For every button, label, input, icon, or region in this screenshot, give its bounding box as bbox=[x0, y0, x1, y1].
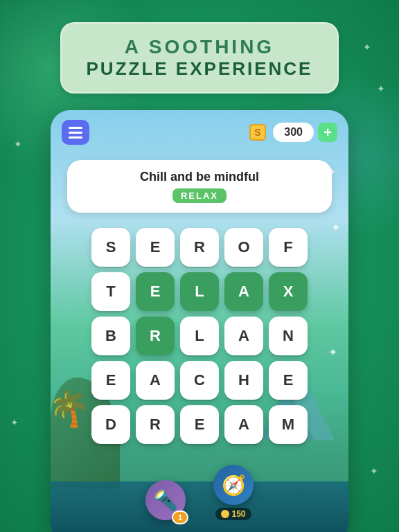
grid-row-4: DREAM bbox=[91, 405, 308, 444]
header-banner: A SOOTHING PUZZLE EXPERIENCE bbox=[60, 22, 339, 94]
letter-cell-4-0[interactable]: D bbox=[91, 405, 130, 444]
letter-cell-3-2[interactable]: C bbox=[180, 361, 219, 400]
letter-cell-1-1[interactable]: E bbox=[136, 272, 175, 311]
letter-cell-4-2[interactable]: E bbox=[180, 405, 219, 444]
letter-cell-1-3[interactable]: A bbox=[224, 272, 263, 311]
compass-button[interactable]: 🧭 bbox=[213, 465, 254, 505]
menu-button[interactable] bbox=[62, 120, 89, 145]
grid-row-3: EACHE bbox=[91, 361, 308, 400]
grid-row-0: SEROF bbox=[91, 228, 308, 267]
letter-cell-0-3[interactable]: O bbox=[224, 228, 263, 267]
top-bar: S 300 + bbox=[51, 110, 348, 154]
compass-tool[interactable]: 🧭 150 bbox=[213, 465, 254, 520]
letter-cell-0-2[interactable]: R bbox=[180, 228, 219, 267]
letter-cell-4-4[interactable]: M bbox=[269, 405, 308, 444]
letter-cell-3-0[interactable]: E bbox=[91, 361, 130, 400]
letter-cell-2-2[interactable]: L bbox=[180, 317, 219, 355]
hint-tool[interactable]: 🔦 1 bbox=[145, 480, 186, 520]
letter-cell-4-1[interactable]: R bbox=[136, 405, 175, 444]
coin-icon: S bbox=[247, 121, 269, 143]
letter-cell-3-4[interactable]: E bbox=[269, 361, 308, 400]
hint-word-tag: RELAX bbox=[172, 188, 227, 203]
bottom-bar: 🔦 1 🧭 150 bbox=[51, 458, 348, 530]
cost-value: 150 bbox=[231, 509, 245, 519]
grid-row-1: TELAX bbox=[91, 272, 308, 311]
add-coins-button[interactable]: + bbox=[318, 123, 337, 142]
letter-cell-1-2[interactable]: L bbox=[180, 272, 219, 311]
letter-cell-0-4[interactable]: F bbox=[269, 228, 308, 267]
hint-box: Chill and be mindful RELAX bbox=[67, 160, 332, 213]
header-line2: PUZZLE EXPERIENCE bbox=[87, 58, 313, 80]
menu-line bbox=[69, 127, 82, 129]
letter-grid: SEROFTELAXBRLANEACHEDREAM bbox=[51, 218, 348, 458]
letter-cell-2-4[interactable]: N bbox=[269, 317, 308, 355]
letter-cell-3-1[interactable]: A bbox=[136, 361, 175, 400]
letter-cell-1-0[interactable]: T bbox=[91, 272, 130, 311]
coin-count: 300 bbox=[273, 123, 314, 142]
letter-cell-2-0[interactable]: B bbox=[91, 317, 130, 355]
letter-cell-2-3[interactable]: A bbox=[224, 317, 263, 355]
grid-row-2: BRLAN bbox=[91, 317, 308, 355]
hint-badge: 1 bbox=[172, 511, 188, 524]
hint-text: Chill and be mindful bbox=[87, 170, 312, 184]
coins-area: S 300 + bbox=[247, 121, 337, 143]
menu-line bbox=[69, 132, 82, 134]
cost-coin-icon bbox=[221, 510, 229, 518]
letter-cell-1-4[interactable]: X bbox=[269, 272, 308, 311]
letter-cell-4-3[interactable]: A bbox=[224, 405, 263, 444]
letter-cell-2-1[interactable]: R bbox=[136, 317, 175, 355]
letter-cell-0-0[interactable]: S bbox=[91, 228, 130, 267]
header-line1: A SOOTHING bbox=[87, 36, 313, 58]
letter-cell-0-1[interactable]: E bbox=[136, 228, 175, 267]
compass-cost: 150 bbox=[215, 508, 251, 520]
game-card: 🌴 ✦ ✦ ✦ bbox=[51, 110, 348, 532]
menu-line bbox=[69, 136, 82, 139]
letter-cell-3-3[interactable]: H bbox=[224, 361, 263, 400]
svg-text:S: S bbox=[255, 127, 261, 138]
